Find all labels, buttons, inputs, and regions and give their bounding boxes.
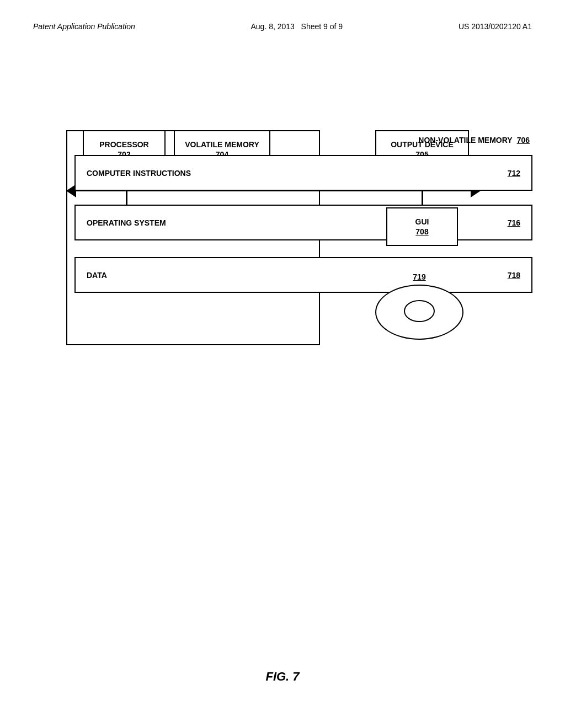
date-label: Aug. 8, 2013 [251,22,295,31]
operating-system-box: OPERATING SYSTEM 716 [74,205,532,240]
computer-instructions-label: COMPUTER INSTRUCTIONS [87,169,191,178]
disk-shape: 719 [375,285,463,340]
gui-ref: 708 [415,227,428,237]
operating-system-label: OPERATING SYSTEM [87,218,166,227]
nvm-label-row: NON-VOLATILE MEMORY 706 [66,136,541,144]
figure-caption: FIG. 7 [0,670,565,684]
sheet-label: Sheet 9 of 9 [301,22,343,31]
operating-system-ref: 716 [508,218,520,227]
date-sheet-label: Aug. 8, 2013 Sheet 9 of 9 [251,22,343,31]
nvm-label: NON-VOLATILE MEMORY [418,136,512,144]
gui-box: GUI 708 [386,207,458,246]
gui-label: GUI [415,217,429,227]
nvm-ref: 706 [517,136,530,144]
data-label: DATA [87,271,107,280]
publication-label: Patent Application Publication [33,22,135,31]
page-header: Patent Application Publication Aug. 8, 2… [33,22,532,31]
page: Patent Application Publication Aug. 8, 2… [0,0,565,728]
computer-instructions-ref: 712 [508,169,520,178]
data-box: DATA 718 [74,257,532,293]
nonvolatile-memory-outer-box: NON-VOLATILE MEMORY 706 COMPUTER INSTRUC… [66,130,320,345]
disk-inner-ellipse [404,300,435,322]
diagram-area: PROCESSOR 702 VOLATILE MEMORY 704 OUTPUT… [66,130,541,505]
disk-ref: 719 [375,272,463,281]
computer-instructions-box: COMPUTER INSTRUCTIONS 712 [74,155,532,191]
patent-number-label: US 2013/0202120 A1 [459,22,532,31]
data-ref: 718 [508,271,520,280]
